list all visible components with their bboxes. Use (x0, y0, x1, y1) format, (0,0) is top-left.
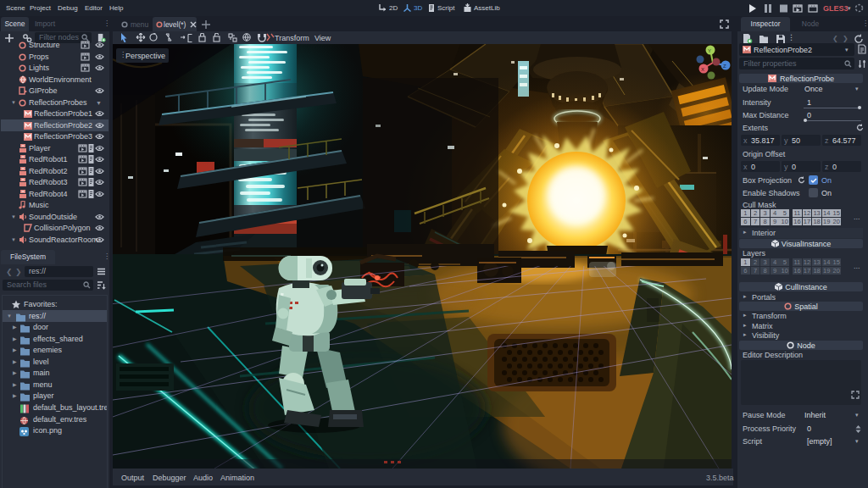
svg-text:Y: Y (708, 48, 711, 53)
svg-text:Z: Z (723, 64, 726, 69)
svg-text:X: X (701, 67, 704, 72)
